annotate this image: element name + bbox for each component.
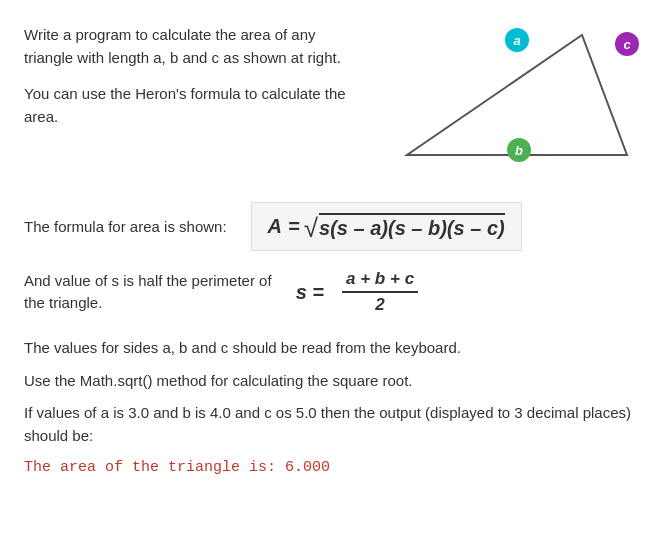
s-eq: s = xyxy=(296,281,324,304)
intro-text: Write a program to calculate the area of… xyxy=(24,20,367,180)
circle-c: c xyxy=(615,32,639,56)
top-section: Write a program to calculate the area of… xyxy=(24,20,647,180)
formula-A: A xyxy=(268,215,282,238)
svg-marker-0 xyxy=(407,35,627,155)
formula-label: The formula for area is shown: xyxy=(24,218,227,235)
s-formula: s = a + b + c 2 xyxy=(296,269,418,315)
bottom-text: The values for sides a, b and c should b… xyxy=(24,337,647,480)
label-a-circle: a xyxy=(505,28,529,52)
code-output: The area of the triangle is: 6.000 xyxy=(24,457,647,480)
label-b-circle: b xyxy=(507,138,531,162)
para2: You can use the Heron's formula to calcu… xyxy=(24,83,367,128)
s-label: And value of s is half the perimeter of … xyxy=(24,270,272,315)
bottom-line2: Use the Math.sqrt() method for calculati… xyxy=(24,370,647,393)
triangle-diagram: a b c xyxy=(387,20,647,180)
bottom-line1: The values for sides a, b and c should b… xyxy=(24,337,647,360)
para1: Write a program to calculate the area of… xyxy=(24,24,367,69)
numerator: a + b + c xyxy=(342,269,418,293)
label-c-circle: c xyxy=(615,32,639,56)
sqrt-sign: √ xyxy=(304,215,318,241)
bottom-line3: If values of a is 3.0 and b is 4.0 and c… xyxy=(24,402,647,447)
formula-equals: = xyxy=(288,215,300,238)
formula-box: A = √ s(s – a)(s – b)(s – c) xyxy=(251,202,522,251)
sqrt-content: s(s – a)(s – b)(s – c) xyxy=(319,213,505,240)
formula-section: The formula for area is shown: A = √ s(s… xyxy=(24,198,647,251)
denominator: 2 xyxy=(371,293,388,315)
circle-b: b xyxy=(507,138,531,162)
fraction: a + b + c 2 xyxy=(342,269,418,315)
s-section: And value of s is half the perimeter of … xyxy=(24,269,647,315)
circle-a: a xyxy=(505,28,529,52)
